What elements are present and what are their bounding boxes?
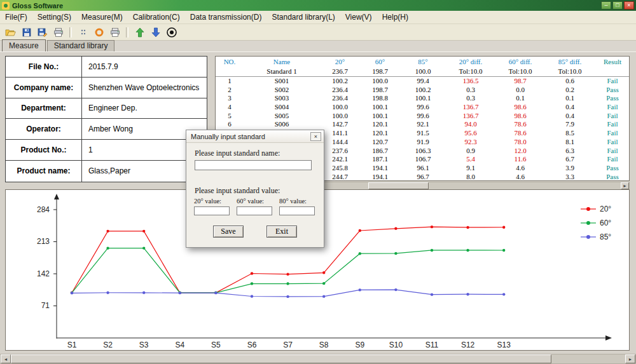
scroll-thumb[interactable] bbox=[11, 354, 551, 363]
column-header[interactable]: 60° diff. bbox=[495, 57, 545, 67]
svg-text:S13: S13 bbox=[497, 340, 511, 349]
table-row[interactable]: 1S001100.2100.099.4136.598.70.6Fail bbox=[216, 77, 629, 86]
value-60-input[interactable] bbox=[237, 206, 272, 215]
column-header[interactable]: 20° bbox=[320, 57, 360, 67]
calibration-target-button[interactable] bbox=[163, 25, 179, 39]
table-row[interactable]: 6S006142.7120.192.194.078.67.9Fail bbox=[216, 120, 629, 129]
column-header[interactable]: 85° bbox=[400, 57, 446, 67]
download-arrow-icon bbox=[151, 27, 161, 37]
menu-item-file[interactable]: File(F) bbox=[0, 11, 32, 24]
table-cell: 98.7 bbox=[495, 77, 545, 86]
print-button[interactable] bbox=[50, 25, 66, 39]
table-cell: 8.0 bbox=[446, 173, 495, 181]
table-row[interactable]: 3S003236.4198.8100.10.30.10.1Pass bbox=[216, 94, 629, 103]
menu-item-setting[interactable]: Setting(S) bbox=[32, 11, 76, 24]
svg-text:71: 71 bbox=[41, 301, 50, 310]
table-cell: 9.1 bbox=[446, 164, 495, 173]
maximize-button[interactable]: □ bbox=[612, 1, 623, 10]
table-cell: 100.2 bbox=[320, 77, 360, 86]
tab-standard-library[interactable]: Standard library bbox=[47, 40, 115, 51]
print-button-2[interactable] bbox=[107, 25, 123, 39]
scroll-thumb[interactable] bbox=[368, 182, 429, 189]
table-cell: 0.9 bbox=[446, 147, 495, 156]
table-cell: 6 bbox=[216, 120, 244, 129]
menu-item-help[interactable]: Help(H) bbox=[377, 11, 413, 24]
table-cell: S006 bbox=[244, 120, 320, 129]
column-header[interactable]: 20° diff. bbox=[446, 57, 495, 67]
table-cell: Fail bbox=[595, 112, 630, 121]
table-cell: S004 bbox=[244, 103, 320, 112]
save-as-button[interactable] bbox=[34, 25, 50, 39]
table-cell: 99.6 bbox=[400, 112, 446, 121]
table-cell: 98.6 bbox=[495, 112, 545, 121]
dialog-title: Manually input standard bbox=[191, 133, 265, 140]
dialog-close-button[interactable]: × bbox=[310, 132, 321, 141]
table-row[interactable]: 5S005100.0100.199.6136.798.60.4Fail bbox=[216, 112, 629, 121]
column-header[interactable]: 85° diff. bbox=[545, 57, 595, 67]
table-row[interactable]: 4S004100.0100.199.6136.798.60.4Fail bbox=[216, 103, 629, 112]
table-cell: 96.7 bbox=[400, 173, 446, 181]
download-button[interactable] bbox=[148, 25, 163, 39]
exit-button[interactable]: Exit bbox=[266, 226, 297, 238]
menu-item-standard-library[interactable]: Standard library(L) bbox=[266, 11, 340, 24]
column-header[interactable]: 60° bbox=[360, 57, 400, 67]
table-cell: 120.1 bbox=[360, 129, 400, 138]
scroll-right-button[interactable]: ► bbox=[625, 354, 635, 363]
standard-cell bbox=[216, 67, 244, 76]
svg-text:S5: S5 bbox=[211, 340, 221, 349]
table-cell: 100.0 bbox=[320, 103, 360, 112]
table-cell: 142.7 bbox=[320, 120, 360, 129]
minimize-button[interactable]: – bbox=[601, 1, 611, 10]
value-20-input[interactable] bbox=[194, 206, 230, 215]
toolbar-separator bbox=[126, 27, 128, 37]
table-cell: 1 bbox=[216, 77, 244, 86]
grid-dots-handle bbox=[75, 25, 91, 39]
svg-text:S11: S11 bbox=[425, 340, 439, 349]
svg-text:S8: S8 bbox=[319, 340, 329, 349]
app-window: Gloss Software – □ × File(F)Setting(S)Me… bbox=[0, 0, 636, 364]
save-as-icon bbox=[38, 27, 48, 37]
standard-name-input[interactable] bbox=[195, 160, 312, 170]
column-header[interactable]: Name bbox=[244, 57, 320, 67]
open-folder-button[interactable] bbox=[3, 25, 18, 39]
table-cell: 136.5 bbox=[446, 77, 495, 86]
table-row[interactable]: 2S002236.4198.7100.20.30.00.2Pass bbox=[216, 86, 629, 95]
upload-button[interactable] bbox=[132, 25, 148, 39]
form-value: Shenzhen Wave Optoelectronics bbox=[82, 78, 207, 98]
window-scrollbar[interactable]: ◄ ► bbox=[0, 354, 636, 364]
table-cell: 198.8 bbox=[360, 94, 400, 103]
table-cell: 0.3 bbox=[446, 94, 495, 103]
svg-text:S6: S6 bbox=[247, 340, 257, 349]
grid-dots-icon bbox=[80, 27, 86, 37]
title-bar[interactable]: Gloss Software – □ × bbox=[0, 0, 636, 11]
tab-measure[interactable]: Measure bbox=[2, 39, 46, 51]
menu-item-view[interactable]: View(V) bbox=[340, 11, 377, 24]
app-icon bbox=[2, 2, 10, 10]
table-cell: 95.6 bbox=[446, 129, 495, 138]
table-cell: 0.3 bbox=[446, 86, 495, 95]
table-cell: 244.7 bbox=[320, 173, 360, 181]
value-80-input[interactable] bbox=[279, 206, 315, 215]
menu-item-data-transmission[interactable]: Data transmission(D) bbox=[185, 11, 267, 24]
save-button[interactable] bbox=[18, 25, 34, 39]
close-button[interactable]: × bbox=[624, 1, 634, 10]
tab-strip: Measure Standard library bbox=[0, 41, 636, 51]
column-header[interactable]: NO. bbox=[216, 57, 244, 67]
save-button[interactable]: Save bbox=[213, 226, 244, 238]
dialog-title-bar[interactable]: Manually input standard × bbox=[186, 130, 324, 143]
scroll-right-button[interactable]: ► bbox=[621, 182, 629, 189]
standard-cell: Tol:10.0 bbox=[446, 67, 495, 76]
settings-button[interactable] bbox=[91, 25, 107, 39]
menu-item-measure[interactable]: Measure(M) bbox=[76, 11, 128, 24]
table-cell: Fail bbox=[595, 103, 630, 112]
table-cell: Fail bbox=[595, 129, 630, 138]
scroll-left-button[interactable]: ◄ bbox=[1, 354, 11, 363]
svg-text:S10: S10 bbox=[389, 340, 403, 349]
form-label: Department: bbox=[6, 98, 82, 119]
table-cell: 12.0 bbox=[495, 147, 545, 156]
table-cell: 100.2 bbox=[400, 86, 446, 95]
table-cell: 100.1 bbox=[360, 112, 400, 121]
table-cell: Fail bbox=[595, 120, 630, 129]
menu-item-calibration[interactable]: Calibration(C) bbox=[128, 11, 185, 24]
column-header[interactable]: Result bbox=[595, 57, 630, 67]
